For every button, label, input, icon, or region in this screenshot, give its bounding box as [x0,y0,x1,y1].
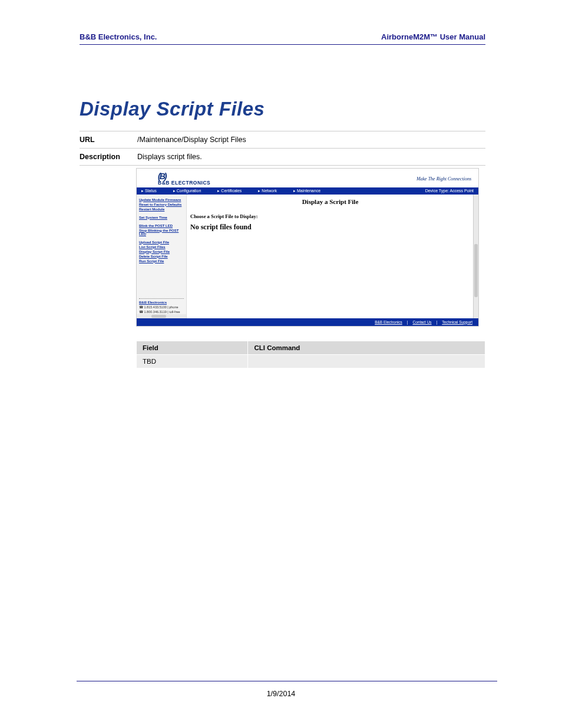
contact-company[interactable]: B&B Electronics [139,301,184,304]
sidebar: Update Module Firmware Reset to Factory … [137,195,187,318]
tagline: Make The Right Connections [416,176,471,182]
contact-phone: ☎ 1.815.433.5100 | phone [139,305,184,309]
sidebar-update-firmware[interactable]: Update Module Firmware [139,198,184,202]
footer-link-company[interactable]: B&B Electronics [375,320,402,324]
info-table: URL /Maintenance/Display Script Files De… [80,131,485,166]
sidebar-reset-defaults[interactable]: Reset to Factory Defaults [139,203,184,206]
nav-certificates[interactable]: ▸ Certificates [217,189,250,193]
sidebar-set-system-time[interactable]: Set System Time [139,216,184,219]
footer-date: 1/9/2014 [0,690,562,698]
sidebar-delete-script[interactable]: Delete Script File [139,255,184,258]
device-type: Device Type: Access Point [425,189,474,193]
company-name: B&B Electronics, Inc. [80,32,157,41]
sidebar-run-script[interactable]: Run Script File [139,259,184,263]
footer-link-contact[interactable]: Contact Us [412,320,431,324]
no-files-message: No script files found [190,223,470,232]
cli-table: Field CLI Command TBD [136,341,485,368]
logo: B B&B ELECTRONICS [158,172,210,186]
sidebar-list-scripts[interactable]: List Script Files [139,245,184,249]
sidebar-contact: B&B Electronics ☎ 1.815.433.5100 | phone… [139,298,184,315]
nav-status[interactable]: ▸ Status [141,189,165,193]
main-panel: Display a Script File Choose a Script Fi… [187,195,478,318]
vertical-scrollbar[interactable] [473,195,478,318]
contact-tollfree: ☎ 1.800.346.3119 | toll-free [139,310,184,314]
nav-maintenance[interactable]: ▸ Maintenance [293,189,329,193]
footer-bar: B&B Electronics | Contact Us | Technical… [137,318,478,326]
nav-configuration[interactable]: ▸ Configuration [173,189,210,193]
footer-rule [77,681,497,681]
sidebar-display-script[interactable]: Display Script File [139,250,184,253]
cli-row-field: TBD [137,354,248,368]
panel-title: Display a Script File [190,198,470,205]
sidebar-stop-blink-led[interactable]: Stop Blinking the POST LED [139,229,184,236]
sidebar-restart-module[interactable]: Restart Module [139,207,184,211]
url-value: /Maintenance/Display Script Files [137,131,485,149]
sidebar-upload-script[interactable]: Upload Script File [139,241,184,244]
description-label: Description [80,149,137,166]
nav-bar: ▸ Status ▸ Configuration ▸ Certificates … [137,187,478,195]
page-header: B&B Electronics, Inc. AirborneM2M™ User … [80,32,485,45]
sidebar-scrollbar[interactable] [137,314,186,318]
cli-row-command [248,354,485,368]
logo-icon: B [158,172,210,180]
logo-text: B&B ELECTRONICS [158,180,210,186]
cli-header-command: CLI Command [248,341,485,354]
sidebar-blink-led[interactable]: Blink the POST LED [139,224,184,228]
url-label: URL [80,131,137,149]
footer-link-support[interactable]: Technical Support [442,320,472,324]
nav-network[interactable]: ▸ Network [258,189,285,193]
manual-name: AirborneM2M™ User Manual [381,32,485,41]
page-title: Display Script Files [80,98,485,120]
description-value: Displays script files. [137,149,485,166]
cli-header-field: Field [137,341,248,354]
embedded-screenshot: B B&B ELECTRONICS Make The Right Connect… [136,168,479,327]
choose-label: Choose a Script File to Display: [190,213,470,219]
